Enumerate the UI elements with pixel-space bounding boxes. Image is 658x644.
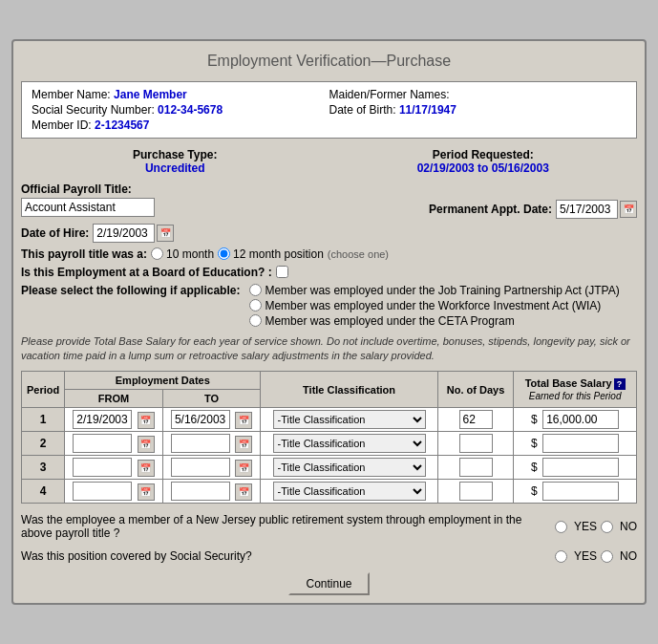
row-days-cell[interactable]: [437, 432, 513, 456]
row-title-select[interactable]: -Title Classification: [273, 410, 426, 429]
dollar-sign: $: [531, 413, 540, 426]
row-to-input[interactable]: [171, 434, 230, 453]
row-to-input[interactable]: [171, 482, 230, 501]
employment-table: Period Employment Dates Title Classifica…: [21, 371, 637, 504]
applicable-radio-2[interactable]: [249, 299, 262, 311]
row-to-cell[interactable]: 📅: [162, 408, 261, 432]
question1-no-radio[interactable]: [601, 521, 613, 533]
continue-button[interactable]: Continue: [288, 572, 369, 595]
question1-yes-radio[interactable]: [555, 521, 567, 533]
ssn-value[interactable]: 012-34-5678: [158, 103, 223, 117]
row-salary-input[interactable]: [542, 482, 619, 501]
radio-10month[interactable]: [151, 247, 163, 260]
row-days-cell[interactable]: [437, 480, 513, 504]
question1-no-label: NO: [620, 520, 637, 533]
row-days-input[interactable]: [459, 458, 493, 477]
applicable-option-2-row: Member was employed under the Workforce …: [249, 299, 619, 312]
purchase-period-row: Purchase Type: Uncredited Period Request…: [21, 146, 637, 177]
dollar-sign: $: [531, 461, 540, 474]
applicable-option-3-row: Member was employed under the CETA Progr…: [249, 314, 619, 328]
row-title-cell[interactable]: -Title Classification: [261, 432, 437, 456]
purchase-type-value: Uncredited: [25, 161, 326, 175]
date-of-hire-input[interactable]: [93, 224, 155, 243]
row-days-cell[interactable]: [437, 456, 513, 480]
question2-no-radio[interactable]: [601, 550, 613, 563]
row-from-calendar-btn[interactable]: 📅: [138, 436, 155, 453]
row-days-input[interactable]: [459, 410, 493, 429]
row-to-input[interactable]: [171, 410, 230, 429]
member-name-label: Member Name:: [32, 88, 111, 101]
row-period-num: 3: [22, 456, 65, 480]
row-to-calendar-btn[interactable]: 📅: [235, 436, 252, 453]
main-container: Employment Verification—Purchase Member …: [11, 39, 647, 606]
row-title-select[interactable]: -Title Classification: [273, 458, 426, 477]
row-to-input[interactable]: [171, 458, 230, 477]
row-salary-cell[interactable]: $: [514, 408, 637, 432]
board-of-ed-checkbox[interactable]: [276, 266, 288, 278]
row-salary-cell[interactable]: $: [514, 432, 637, 456]
row-salary-input[interactable]: [542, 434, 619, 453]
row-days-input[interactable]: [459, 434, 493, 453]
continue-row: Continue: [21, 572, 637, 595]
question2-row: Was this position covered by Social Secu…: [21, 549, 637, 563]
row-from-calendar-btn[interactable]: 📅: [138, 483, 155, 501]
row-to-cell[interactable]: 📅: [162, 480, 261, 504]
member-name-value[interactable]: Jane Member: [114, 88, 187, 101]
row-to-calendar-btn[interactable]: 📅: [235, 483, 252, 501]
member-id-value[interactable]: 2-1234567: [95, 118, 149, 132]
applicable-radio-1[interactable]: [249, 284, 262, 296]
page-title: Employment Verification—Purchase: [21, 49, 637, 74]
payroll-month-row: This payroll title was a: 10 month 12 mo…: [21, 247, 637, 261]
row-days-cell[interactable]: [437, 408, 513, 432]
permanent-appt-input[interactable]: [556, 200, 618, 219]
table-row: 2 📅 📅 -Title Classification $: [22, 432, 637, 456]
row-from-input[interactable]: [73, 482, 132, 501]
row-from-cell[interactable]: 📅: [65, 432, 163, 456]
th-total-base-salary: Total Base Salary? Earned for this Perio…: [514, 372, 637, 408]
row-from-input[interactable]: [73, 458, 132, 477]
row-days-input[interactable]: [459, 482, 493, 501]
row-salary-cell[interactable]: $: [514, 480, 637, 504]
row-title-select[interactable]: -Title Classification: [273, 482, 426, 501]
official-payroll-title-input[interactable]: [21, 198, 155, 217]
row-to-cell[interactable]: 📅: [162, 456, 261, 480]
th-from: FROM: [65, 390, 163, 408]
applicable-section: Please select the following if applicabl…: [21, 284, 637, 330]
question2-text: Was this position covered by Social Secu…: [21, 549, 547, 563]
row-from-cell[interactable]: 📅: [65, 480, 163, 504]
row-title-cell[interactable]: -Title Classification: [261, 480, 437, 504]
applicable-option-2-text: Member was employed under the Workforce …: [265, 299, 601, 312]
question1-row: Was the employee a member of a New Jerse…: [21, 513, 637, 540]
radio-12month[interactable]: [218, 247, 230, 260]
row-title-cell[interactable]: -Title Classification: [261, 456, 437, 480]
row-from-calendar-btn[interactable]: 📅: [138, 412, 155, 429]
applicable-option-1-text: Member was employed under the Job Traini…: [265, 284, 619, 297]
row-period-num: 2: [22, 432, 65, 456]
row-title-cell[interactable]: -Title Classification: [261, 408, 437, 432]
row-salary-cell[interactable]: $: [514, 456, 637, 480]
date-of-hire-calendar-btn[interactable]: 📅: [157, 225, 174, 242]
row-to-cell[interactable]: 📅: [162, 432, 261, 456]
row-to-calendar-btn[interactable]: 📅: [235, 460, 252, 477]
row-from-calendar-btn[interactable]: 📅: [138, 460, 155, 477]
row-to-calendar-btn[interactable]: 📅: [235, 412, 252, 429]
row-from-input[interactable]: [73, 410, 132, 429]
salary-help-icon[interactable]: ?: [614, 378, 626, 390]
th-period: Period: [22, 372, 65, 408]
question2-yes-label: YES: [574, 549, 597, 563]
row-salary-input[interactable]: [542, 458, 619, 477]
table-row: 4 📅 📅 -Title Classification $: [22, 480, 637, 504]
row-from-cell[interactable]: 📅: [65, 408, 163, 432]
question1-yes-label: YES: [574, 520, 597, 533]
question2-no-label: NO: [620, 549, 637, 563]
question2-yes-radio[interactable]: [555, 550, 567, 563]
row-title-select[interactable]: -Title Classification: [273, 434, 426, 453]
dob-value: 11/17/1947: [399, 103, 456, 117]
row-from-input[interactable]: [73, 434, 132, 453]
row-period-num: 4: [22, 480, 65, 504]
dollar-sign: $: [531, 437, 540, 450]
permanent-appt-calendar-btn[interactable]: 📅: [620, 201, 637, 218]
applicable-radio-3[interactable]: [249, 314, 262, 327]
row-from-cell[interactable]: 📅: [65, 456, 163, 480]
row-salary-input[interactable]: [542, 410, 619, 429]
